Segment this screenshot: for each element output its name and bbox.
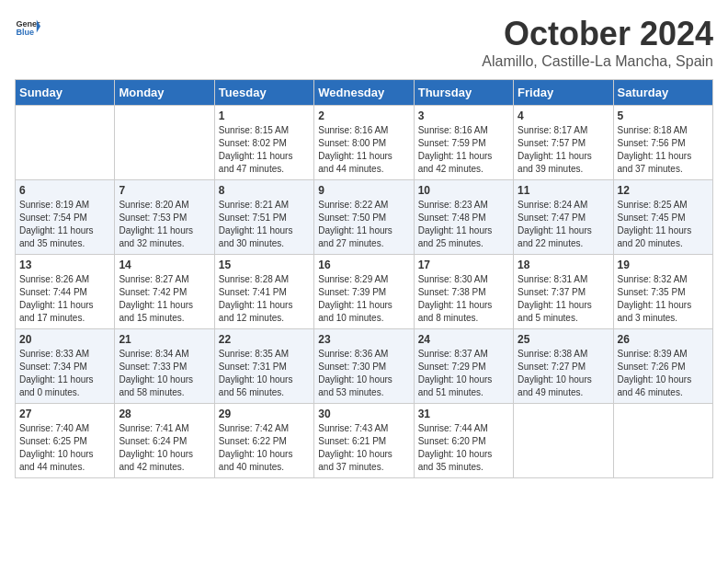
day-number: 8 <box>219 184 310 197</box>
day-number: 18 <box>518 259 609 271</box>
day-of-week-header: Friday <box>514 80 613 106</box>
calendar-cell: 31Sunrise: 7:44 AM Sunset: 6:20 PM Dayli… <box>414 404 513 478</box>
calendar-cell <box>514 404 613 478</box>
cell-details: Sunrise: 8:23 AM Sunset: 7:48 PM Dayligh… <box>418 199 509 250</box>
cell-details: Sunrise: 7:40 AM Sunset: 6:25 PM Dayligh… <box>19 422 110 474</box>
cell-details: Sunrise: 8:37 AM Sunset: 7:29 PM Dayligh… <box>418 348 509 399</box>
cell-details: Sunrise: 8:21 AM Sunset: 7:51 PM Dayligh… <box>219 199 310 250</box>
calendar-cell: 1Sunrise: 8:15 AM Sunset: 8:02 PM Daylig… <box>214 106 313 180</box>
calendar-week-row: 27Sunrise: 7:40 AM Sunset: 6:25 PM Dayli… <box>16 404 713 478</box>
calendar-cell: 12Sunrise: 8:25 AM Sunset: 7:45 PM Dayli… <box>613 180 712 255</box>
calendar-cell: 5Sunrise: 8:18 AM Sunset: 7:56 PM Daylig… <box>613 106 712 180</box>
location-title: Alamillo, Castille-La Mancha, Spain <box>482 53 713 70</box>
calendar-cell: 22Sunrise: 8:35 AM Sunset: 7:31 PM Dayli… <box>214 329 313 404</box>
cell-details: Sunrise: 8:30 AM Sunset: 7:38 PM Dayligh… <box>418 273 509 325</box>
day-number: 10 <box>418 184 509 197</box>
calendar-cell: 26Sunrise: 8:39 AM Sunset: 7:26 PM Dayli… <box>613 329 712 404</box>
cell-details: Sunrise: 8:20 AM Sunset: 7:53 PM Dayligh… <box>119 199 210 250</box>
day-number: 6 <box>19 184 110 197</box>
cell-details: Sunrise: 7:42 AM Sunset: 6:22 PM Dayligh… <box>219 422 310 474</box>
day-number: 14 <box>119 259 210 271</box>
day-number: 1 <box>219 109 310 122</box>
cell-details: Sunrise: 8:34 AM Sunset: 7:33 PM Dayligh… <box>119 348 210 399</box>
calendar-week-row: 20Sunrise: 8:33 AM Sunset: 7:34 PM Dayli… <box>16 329 713 404</box>
calendar-cell: 4Sunrise: 8:17 AM Sunset: 7:57 PM Daylig… <box>514 106 613 180</box>
calendar-week-row: 1Sunrise: 8:15 AM Sunset: 8:02 PM Daylig… <box>16 106 713 180</box>
cell-details: Sunrise: 8:32 AM Sunset: 7:35 PM Dayligh… <box>618 273 709 325</box>
cell-details: Sunrise: 8:16 AM Sunset: 7:59 PM Dayligh… <box>418 124 509 176</box>
day-number: 24 <box>418 333 509 346</box>
calendar-cell <box>115 106 214 180</box>
cell-details: Sunrise: 8:25 AM Sunset: 7:45 PM Dayligh… <box>618 199 709 250</box>
day-number: 9 <box>318 184 409 197</box>
cell-details: Sunrise: 8:31 AM Sunset: 7:37 PM Dayligh… <box>518 273 609 325</box>
cell-details: Sunrise: 8:38 AM Sunset: 7:27 PM Dayligh… <box>518 348 609 399</box>
day-number: 16 <box>318 259 409 271</box>
cell-details: Sunrise: 8:24 AM Sunset: 7:47 PM Dayligh… <box>518 199 609 250</box>
day-of-week-header: Monday <box>115 80 214 106</box>
calendar-cell: 20Sunrise: 8:33 AM Sunset: 7:34 PM Dayli… <box>16 329 115 404</box>
calendar-cell: 10Sunrise: 8:23 AM Sunset: 7:48 PM Dayli… <box>414 180 513 255</box>
cell-details: Sunrise: 8:39 AM Sunset: 7:26 PM Dayligh… <box>618 348 709 399</box>
day-number: 31 <box>418 408 509 420</box>
cell-details: Sunrise: 8:28 AM Sunset: 7:41 PM Dayligh… <box>219 273 310 325</box>
day-number: 29 <box>219 408 310 420</box>
cell-details: Sunrise: 8:29 AM Sunset: 7:39 PM Dayligh… <box>318 273 409 325</box>
calendar-cell: 18Sunrise: 8:31 AM Sunset: 7:37 PM Dayli… <box>514 255 613 329</box>
cell-details: Sunrise: 8:33 AM Sunset: 7:34 PM Dayligh… <box>19 348 110 399</box>
day-of-week-header: Thursday <box>414 80 513 106</box>
cell-details: Sunrise: 8:26 AM Sunset: 7:44 PM Dayligh… <box>19 273 110 325</box>
calendar-cell: 6Sunrise: 8:19 AM Sunset: 7:54 PM Daylig… <box>16 180 115 255</box>
day-number: 30 <box>318 408 409 420</box>
calendar-cell: 2Sunrise: 8:16 AM Sunset: 8:00 PM Daylig… <box>314 106 414 180</box>
cell-details: Sunrise: 8:15 AM Sunset: 8:02 PM Dayligh… <box>219 124 310 176</box>
day-number: 5 <box>618 109 709 122</box>
day-number: 26 <box>618 333 709 346</box>
calendar-cell: 27Sunrise: 7:40 AM Sunset: 6:25 PM Dayli… <box>16 404 115 478</box>
calendar-body: 1Sunrise: 8:15 AM Sunset: 8:02 PM Daylig… <box>16 106 713 478</box>
day-number: 7 <box>119 184 210 197</box>
logo-icon: General Blue <box>15 15 40 40</box>
cell-details: Sunrise: 7:41 AM Sunset: 6:24 PM Dayligh… <box>119 422 210 474</box>
calendar-cell: 16Sunrise: 8:29 AM Sunset: 7:39 PM Dayli… <box>314 255 414 329</box>
calendar-cell: 13Sunrise: 8:26 AM Sunset: 7:44 PM Dayli… <box>16 255 115 329</box>
day-number: 3 <box>418 109 509 122</box>
day-number: 4 <box>518 109 609 122</box>
month-title: October 2024 <box>482 15 713 53</box>
calendar-cell: 8Sunrise: 8:21 AM Sunset: 7:51 PM Daylig… <box>214 180 313 255</box>
calendar-cell: 7Sunrise: 8:20 AM Sunset: 7:53 PM Daylig… <box>115 180 214 255</box>
day-of-week-header: Wednesday <box>314 80 414 106</box>
cell-details: Sunrise: 8:17 AM Sunset: 7:57 PM Dayligh… <box>518 124 609 176</box>
day-number: 13 <box>19 259 110 271</box>
day-of-week-header: Tuesday <box>214 80 313 106</box>
calendar-cell: 15Sunrise: 8:28 AM Sunset: 7:41 PM Dayli… <box>214 255 313 329</box>
cell-details: Sunrise: 7:43 AM Sunset: 6:21 PM Dayligh… <box>318 422 409 474</box>
calendar-cell: 3Sunrise: 8:16 AM Sunset: 7:59 PM Daylig… <box>414 106 513 180</box>
day-of-week-header: Sunday <box>16 80 115 106</box>
day-number: 17 <box>418 259 509 271</box>
day-number: 19 <box>618 259 709 271</box>
calendar-cell: 9Sunrise: 8:22 AM Sunset: 7:50 PM Daylig… <box>314 180 414 255</box>
calendar-week-row: 6Sunrise: 8:19 AM Sunset: 7:54 PM Daylig… <box>16 180 713 255</box>
calendar-cell: 11Sunrise: 8:24 AM Sunset: 7:47 PM Dayli… <box>514 180 613 255</box>
calendar-cell: 21Sunrise: 8:34 AM Sunset: 7:33 PM Dayli… <box>115 329 214 404</box>
cell-details: Sunrise: 7:44 AM Sunset: 6:20 PM Dayligh… <box>418 422 509 474</box>
page-header: General Blue October 2024 Alamillo, Cast… <box>15 15 713 70</box>
day-number: 2 <box>318 109 409 122</box>
calendar-cell <box>16 106 115 180</box>
calendar-cell: 23Sunrise: 8:36 AM Sunset: 7:30 PM Dayli… <box>314 329 414 404</box>
cell-details: Sunrise: 8:18 AM Sunset: 7:56 PM Dayligh… <box>618 124 709 176</box>
calendar-cell: 19Sunrise: 8:32 AM Sunset: 7:35 PM Dayli… <box>613 255 712 329</box>
day-number: 22 <box>219 333 310 346</box>
cell-details: Sunrise: 8:35 AM Sunset: 7:31 PM Dayligh… <box>219 348 310 399</box>
cell-details: Sunrise: 8:27 AM Sunset: 7:42 PM Dayligh… <box>119 273 210 325</box>
cell-details: Sunrise: 8:19 AM Sunset: 7:54 PM Dayligh… <box>19 199 110 250</box>
day-number: 23 <box>318 333 409 346</box>
day-number: 20 <box>19 333 110 346</box>
calendar-week-row: 13Sunrise: 8:26 AM Sunset: 7:44 PM Dayli… <box>16 255 713 329</box>
cell-details: Sunrise: 8:22 AM Sunset: 7:50 PM Dayligh… <box>318 199 409 250</box>
day-number: 11 <box>518 184 609 197</box>
day-number: 28 <box>119 408 210 420</box>
cell-details: Sunrise: 8:36 AM Sunset: 7:30 PM Dayligh… <box>318 348 409 399</box>
day-of-week-header: Saturday <box>613 80 712 106</box>
